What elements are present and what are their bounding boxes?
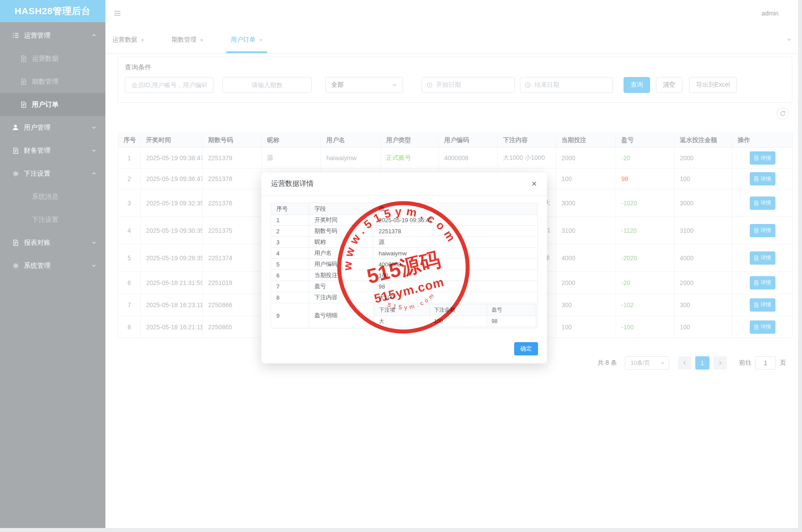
modal-cell-field: 期数号码 (309, 226, 373, 237)
user-type-select[interactable]: 全部 (325, 77, 403, 93)
tab[interactable]: 用户订单 × (226, 27, 267, 53)
page-size-select[interactable]: 10条/页 (625, 356, 669, 370)
clear-button[interactable]: 清空 (656, 77, 682, 93)
document-icon (754, 228, 759, 233)
hamburger-menu-icon[interactable] (113, 9, 121, 17)
sidebar-item[interactable]: 运营管理 (0, 24, 105, 47)
modal-cell-index: 5 (271, 259, 309, 270)
cell-profit-loss: -1020 (616, 189, 674, 217)
detail-button[interactable]: 详情 (750, 298, 775, 312)
tab[interactable]: 运营数据 × (108, 27, 149, 53)
modal-cell-value: 源 (373, 237, 538, 248)
tab-close-icon[interactable]: × (200, 37, 204, 43)
cell-issue-number: 2251375 (203, 217, 262, 244)
modal-footer: 确定 (514, 342, 538, 355)
profit-detail-table: 下注项 下注金额 盈亏 大 100 98 (374, 304, 536, 327)
export-excel-button[interactable]: 导出到Excel (689, 77, 737, 93)
detail-button-label: 详情 (761, 254, 771, 262)
prev-page-button[interactable] (678, 356, 691, 370)
member-search-input[interactable] (125, 77, 213, 93)
current-page-button[interactable]: 1 (695, 356, 709, 370)
cell-bet-amount: 4000 (556, 244, 616, 272)
document-icon (754, 280, 759, 285)
cell-bet-amount: 100 (556, 316, 616, 338)
modal-cell-field: 盈亏明细 (309, 303, 373, 328)
doc-icon (19, 54, 27, 62)
sidebar-item-label: 系统管理 (24, 262, 50, 270)
sidebar-item[interactable]: 系统消息 (0, 185, 105, 208)
next-page-button[interactable] (713, 356, 727, 370)
sidebar-item[interactable]: 系统管理 (0, 254, 105, 277)
app-window: HASH28管理后台 运营管理 运营数据 期数管理 (0, 0, 798, 528)
detail-button[interactable]: 详情 (750, 251, 775, 265)
gear-icon (12, 170, 19, 177)
sidebar-menu: 运营管理 运营数据 期数管理 用户订单 (0, 22, 105, 277)
goto-page-input[interactable] (756, 356, 776, 370)
chevron-down-icon (91, 125, 97, 130)
table-header-cell: 盈亏 (616, 133, 674, 148)
cell-draw-time: 2025-05-19 09:38:47 (141, 148, 203, 169)
sidebar-item-label: 运营数据 (32, 54, 58, 63)
search-button[interactable]: 查询 (624, 77, 650, 93)
issue-search-input[interactable] (222, 77, 312, 93)
table-header-row: 序号开奖时间期数号码昵称用户名用户类型用户编码下注内容当期投注盈亏返水投注金额操… (118, 133, 793, 148)
table-header-cell: 用户编码 (439, 133, 498, 148)
sidebar: HASH28管理后台 运营管理 运营数据 期数管理 (0, 0, 105, 528)
detail-button[interactable]: 详情 (750, 197, 775, 210)
cell-rebate-amount: 300 (674, 294, 732, 316)
detail-button[interactable]: 详情 (750, 224, 775, 237)
user-icon (12, 123, 19, 131)
page-unit-label: 页 (780, 359, 786, 367)
tab[interactable]: 期数管理 × (167, 27, 208, 53)
modal-cell-value: 大100 (373, 292, 538, 303)
cell-draw-time: 2025-05-18 21:31:59 (141, 272, 203, 294)
modal-cell-field: 盈亏 (309, 281, 373, 292)
cell-profit-loss: -20 (616, 272, 674, 294)
user-type-select-value: 全部 (331, 81, 344, 89)
sidebar-item-label: 报表对账 (24, 239, 50, 247)
cell-issue-number: 2251376 (203, 189, 262, 217)
modal-cell-index: 7 (271, 281, 309, 292)
nested-cell-bet-item: 大 (375, 316, 430, 327)
cell-issue-number: 2250865 (203, 316, 262, 338)
detail-button[interactable]: 详情 (750, 172, 775, 185)
sidebar-item[interactable]: 报表对账 (0, 231, 105, 254)
table-header-cell: 下注内容 (498, 133, 556, 148)
nested-cell-profit: 98 (487, 316, 536, 327)
modal-header-cell: 字段 (309, 203, 373, 215)
modal-cell-index: 6 (271, 270, 309, 281)
start-date-input[interactable]: 开始日期 (422, 77, 515, 93)
sidebar-item[interactable]: 财务管理 (0, 139, 105, 162)
tab-close-icon[interactable]: × (141, 37, 144, 43)
detail-button[interactable]: 详情 (750, 320, 775, 334)
end-date-placeholder: 结束日期 (535, 81, 559, 89)
sidebar-item[interactable]: 期数管理 (0, 70, 105, 93)
chevron-up-icon (91, 171, 97, 176)
sidebar-item[interactable]: 运营数据 (0, 47, 105, 70)
cell-rebate-amount: 2000 (674, 272, 732, 294)
modal-cell-value: 100 (373, 270, 538, 281)
chevron-down-icon[interactable] (787, 36, 792, 44)
close-icon[interactable]: ✕ (531, 181, 537, 188)
modal-table-row: 1 开奖时间 2025-05-19 09:36:47 (271, 215, 538, 226)
detail-button[interactable]: 详情 (750, 276, 775, 289)
sidebar-item[interactable]: 用户管理 (0, 116, 105, 139)
sidebar-item-label: 下注设置 (24, 170, 50, 178)
user-name[interactable]: admin (762, 10, 779, 17)
sidebar-item[interactable]: 下注设置 (0, 208, 105, 231)
confirm-button[interactable]: 确定 (514, 342, 538, 355)
modal-cell-value: 98 (373, 281, 538, 292)
sidebar-item[interactable]: 下注设置 (0, 162, 105, 185)
cell-draw-time: 2025-05-18 16:21:11 (141, 316, 203, 338)
refresh-button[interactable] (777, 108, 789, 120)
modal-detail-row: 9 盈亏明细 下注项 下注金额 盈亏 (271, 303, 538, 328)
end-date-input[interactable]: 结束日期 (520, 77, 613, 93)
cell-rebate-amount: 3000 (674, 189, 732, 217)
chevron-down-icon (91, 148, 97, 153)
table-header-cell: 序号 (118, 133, 141, 148)
sidebar-item[interactable]: 用户订单 (0, 93, 105, 116)
modal-table-row: 6 当期投注 100 (271, 270, 538, 281)
detail-button[interactable]: 详情 (750, 151, 775, 165)
detail-button-label: 详情 (761, 199, 771, 207)
tab-close-icon[interactable]: × (259, 37, 263, 43)
